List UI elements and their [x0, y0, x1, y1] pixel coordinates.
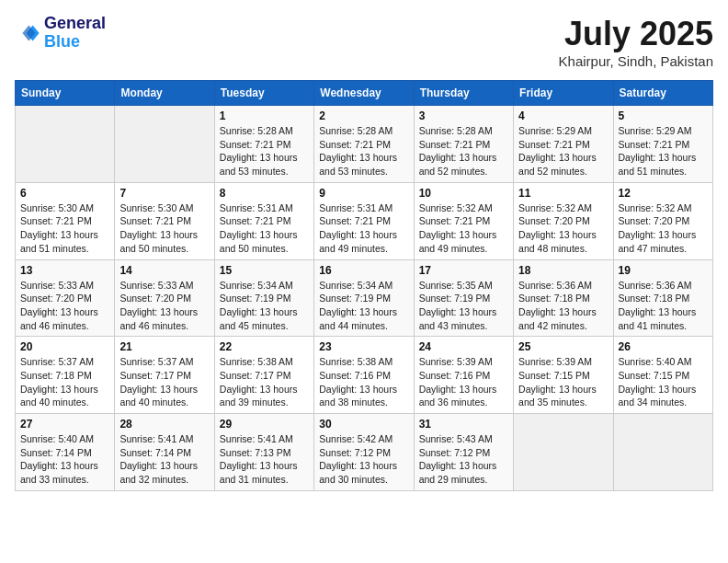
calendar-cell: 3Sunrise: 5:28 AM Sunset: 7:21 PM Daylig… — [414, 106, 513, 183]
day-info: Sunrise: 5:39 AM Sunset: 7:15 PM Dayligh… — [518, 355, 608, 409]
day-info: Sunrise: 5:32 AM Sunset: 7:20 PM Dayligh… — [518, 201, 608, 256]
day-number: 1 — [220, 109, 309, 122]
day-number: 4 — [518, 109, 608, 122]
day-number: 22 — [220, 340, 309, 353]
day-number: 25 — [518, 340, 608, 353]
weekday-header: Thursday — [414, 81, 513, 106]
weekday-header: Monday — [115, 81, 214, 106]
calendar-cell: 13Sunrise: 5:33 AM Sunset: 7:20 PM Dayli… — [16, 259, 115, 337]
calendar-cell: 10Sunrise: 5:32 AM Sunset: 7:21 PM Dayli… — [414, 182, 513, 259]
weekday-header: Sunday — [16, 81, 115, 106]
day-number: 28 — [119, 418, 209, 431]
calendar-cell — [16, 106, 115, 183]
calendar-cell: 11Sunrise: 5:32 AM Sunset: 7:20 PM Dayli… — [514, 182, 613, 259]
calendar-cell: 29Sunrise: 5:41 AM Sunset: 7:13 PM Dayli… — [214, 414, 313, 491]
day-number: 27 — [20, 418, 109, 431]
calendar-week: 1Sunrise: 5:28 AM Sunset: 7:21 PM Daylig… — [16, 106, 713, 183]
day-number: 7 — [119, 187, 209, 200]
calendar-body: 1Sunrise: 5:28 AM Sunset: 7:21 PM Daylig… — [16, 106, 713, 491]
calendar-header: SundayMondayTuesdayWednesdayThursdayFrid… — [16, 81, 713, 106]
calendar-cell: 30Sunrise: 5:42 AM Sunset: 7:12 PM Dayli… — [314, 414, 414, 491]
day-number: 9 — [319, 187, 408, 200]
day-number: 14 — [119, 264, 209, 277]
calendar-cell: 25Sunrise: 5:39 AM Sunset: 7:15 PM Dayli… — [514, 337, 613, 414]
day-number: 16 — [319, 264, 408, 277]
day-info: Sunrise: 5:35 AM Sunset: 7:19 PM Dayligh… — [419, 279, 508, 333]
day-info: Sunrise: 5:29 AM Sunset: 7:21 PM Dayligh… — [619, 124, 708, 178]
day-number: 26 — [619, 340, 708, 353]
calendar-cell: 16Sunrise: 5:34 AM Sunset: 7:19 PM Dayli… — [314, 259, 414, 337]
weekday-row: SundayMondayTuesdayWednesdayThursdayFrid… — [16, 81, 713, 106]
calendar-cell: 22Sunrise: 5:38 AM Sunset: 7:17 PM Dayli… — [214, 337, 313, 414]
day-info: Sunrise: 5:28 AM Sunset: 7:21 PM Dayligh… — [319, 124, 408, 178]
calendar-cell: 15Sunrise: 5:34 AM Sunset: 7:19 PM Dayli… — [214, 259, 313, 337]
day-number: 11 — [518, 187, 608, 200]
calendar-cell: 6Sunrise: 5:30 AM Sunset: 7:21 PM Daylig… — [16, 182, 115, 259]
day-number: 17 — [419, 264, 508, 277]
calendar-cell: 5Sunrise: 5:29 AM Sunset: 7:21 PM Daylig… — [613, 106, 712, 183]
day-number: 13 — [20, 264, 109, 277]
logo-icon — [15, 20, 40, 46]
calendar-cell — [613, 414, 712, 491]
day-info: Sunrise: 5:40 AM Sunset: 7:14 PM Dayligh… — [20, 432, 109, 487]
calendar-cell: 19Sunrise: 5:36 AM Sunset: 7:18 PM Dayli… — [613, 259, 712, 337]
day-info: Sunrise: 5:38 AM Sunset: 7:16 PM Dayligh… — [319, 355, 408, 409]
calendar-cell: 9Sunrise: 5:31 AM Sunset: 7:21 PM Daylig… — [314, 182, 414, 259]
logo: General Blue — [15, 15, 106, 52]
day-number: 3 — [419, 109, 508, 122]
page-header: General Blue July 2025 Khairpur, Sindh, … — [15, 15, 713, 69]
calendar-cell: 27Sunrise: 5:40 AM Sunset: 7:14 PM Dayli… — [16, 414, 115, 491]
day-info: Sunrise: 5:31 AM Sunset: 7:21 PM Dayligh… — [319, 201, 408, 256]
calendar-cell: 26Sunrise: 5:40 AM Sunset: 7:15 PM Dayli… — [613, 337, 712, 414]
title-block: July 2025 Khairpur, Sindh, Pakistan — [559, 15, 713, 69]
calendar-cell: 14Sunrise: 5:33 AM Sunset: 7:20 PM Dayli… — [115, 259, 214, 337]
calendar-cell: 20Sunrise: 5:37 AM Sunset: 7:18 PM Dayli… — [16, 337, 115, 414]
day-info: Sunrise: 5:32 AM Sunset: 7:20 PM Dayligh… — [619, 201, 708, 256]
calendar-cell: 12Sunrise: 5:32 AM Sunset: 7:20 PM Dayli… — [613, 182, 712, 259]
day-info: Sunrise: 5:42 AM Sunset: 7:12 PM Dayligh… — [319, 432, 408, 487]
calendar-cell: 24Sunrise: 5:39 AM Sunset: 7:16 PM Dayli… — [414, 337, 513, 414]
day-number: 12 — [619, 187, 708, 200]
weekday-header: Saturday — [613, 81, 712, 106]
day-info: Sunrise: 5:41 AM Sunset: 7:13 PM Dayligh… — [220, 432, 309, 487]
day-number: 10 — [419, 187, 508, 200]
calendar-cell: 23Sunrise: 5:38 AM Sunset: 7:16 PM Dayli… — [314, 337, 414, 414]
calendar-cell: 2Sunrise: 5:28 AM Sunset: 7:21 PM Daylig… — [314, 106, 414, 183]
calendar-cell — [115, 106, 214, 183]
day-number: 29 — [220, 418, 309, 431]
day-number: 5 — [619, 109, 708, 122]
day-number: 23 — [319, 340, 408, 353]
day-number: 20 — [20, 340, 109, 353]
day-info: Sunrise: 5:36 AM Sunset: 7:18 PM Dayligh… — [518, 279, 608, 333]
calendar-week: 27Sunrise: 5:40 AM Sunset: 7:14 PM Dayli… — [16, 414, 713, 491]
calendar-cell: 21Sunrise: 5:37 AM Sunset: 7:17 PM Dayli… — [115, 337, 214, 414]
month-title: July 2025 — [559, 15, 713, 53]
day-number: 8 — [220, 187, 309, 200]
day-info: Sunrise: 5:37 AM Sunset: 7:17 PM Dayligh… — [119, 355, 209, 409]
day-info: Sunrise: 5:30 AM Sunset: 7:21 PM Dayligh… — [119, 201, 209, 256]
day-info: Sunrise: 5:28 AM Sunset: 7:21 PM Dayligh… — [419, 124, 508, 178]
day-number: 2 — [319, 109, 408, 122]
calendar-cell: 1Sunrise: 5:28 AM Sunset: 7:21 PM Daylig… — [214, 106, 313, 183]
day-number: 24 — [419, 340, 508, 353]
weekday-header: Tuesday — [214, 81, 313, 106]
day-info: Sunrise: 5:43 AM Sunset: 7:12 PM Dayligh… — [419, 432, 508, 487]
day-info: Sunrise: 5:41 AM Sunset: 7:14 PM Dayligh… — [119, 432, 209, 487]
day-info: Sunrise: 5:37 AM Sunset: 7:18 PM Dayligh… — [20, 355, 109, 409]
calendar-cell: 28Sunrise: 5:41 AM Sunset: 7:14 PM Dayli… — [115, 414, 214, 491]
day-number: 15 — [220, 264, 309, 277]
day-info: Sunrise: 5:30 AM Sunset: 7:21 PM Dayligh… — [20, 201, 109, 256]
day-info: Sunrise: 5:32 AM Sunset: 7:21 PM Dayligh… — [419, 201, 508, 256]
day-info: Sunrise: 5:39 AM Sunset: 7:16 PM Dayligh… — [419, 355, 508, 409]
calendar-cell: 4Sunrise: 5:29 AM Sunset: 7:21 PM Daylig… — [514, 106, 613, 183]
day-info: Sunrise: 5:28 AM Sunset: 7:21 PM Dayligh… — [220, 124, 309, 178]
calendar-cell — [514, 414, 613, 491]
day-number: 6 — [20, 187, 109, 200]
calendar-cell: 31Sunrise: 5:43 AM Sunset: 7:12 PM Dayli… — [414, 414, 513, 491]
calendar-week: 13Sunrise: 5:33 AM Sunset: 7:20 PM Dayli… — [16, 259, 713, 337]
weekday-header: Wednesday — [314, 81, 414, 106]
day-number: 30 — [319, 418, 408, 431]
day-info: Sunrise: 5:34 AM Sunset: 7:19 PM Dayligh… — [319, 279, 408, 333]
weekday-header: Friday — [514, 81, 613, 106]
day-number: 21 — [119, 340, 209, 353]
